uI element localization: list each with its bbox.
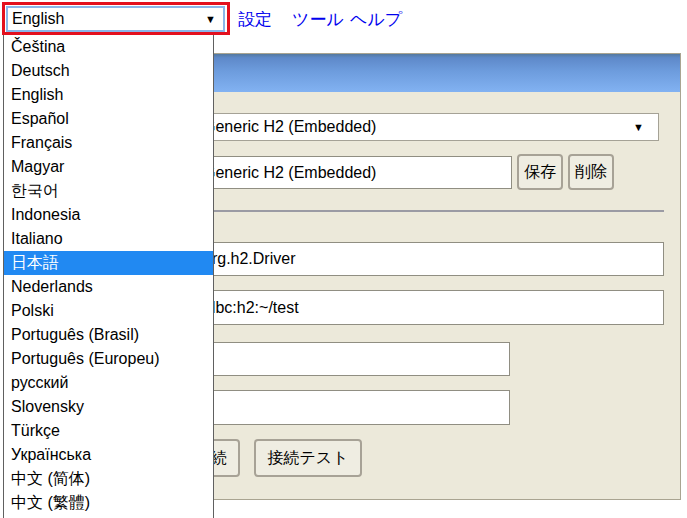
language-option[interactable]: 日本語 xyxy=(4,251,213,275)
language-select-value: English xyxy=(12,10,64,28)
h2-console-page: { "language_selector": { "selected": "En… xyxy=(0,0,687,518)
setting-name-input[interactable] xyxy=(197,156,512,189)
language-option[interactable]: Polski xyxy=(4,299,213,323)
password-input[interactable] xyxy=(197,390,510,425)
language-options-list: Čeština Deutsch English Español Français… xyxy=(3,34,214,518)
help-link[interactable]: ヘルプ xyxy=(350,8,402,31)
language-select[interactable]: English ▼ xyxy=(6,6,225,32)
language-option[interactable]: Português (Europeu) xyxy=(4,347,213,371)
remove-button[interactable]: 削除 xyxy=(568,154,614,190)
user-name-input[interactable] xyxy=(197,342,510,376)
language-option[interactable]: русский xyxy=(4,371,213,395)
chevron-down-icon: ▼ xyxy=(205,13,216,25)
test-connection-button[interactable]: 接続テスト xyxy=(254,439,362,477)
language-option[interactable]: English xyxy=(4,83,213,107)
language-option[interactable]: Türkçe xyxy=(4,419,213,443)
language-option[interactable]: Čeština xyxy=(4,35,213,59)
language-option[interactable]: Português (Brasil) xyxy=(4,323,213,347)
tools-link[interactable]: ツール xyxy=(292,8,344,31)
saved-settings-select-value: Generic H2 (Embedded) xyxy=(203,118,376,136)
language-option[interactable]: Nederlands xyxy=(4,275,213,299)
language-option[interactable]: Slovensky xyxy=(4,395,213,419)
settings-link[interactable]: 設定 xyxy=(238,8,272,31)
form-divider xyxy=(197,210,664,212)
language-option[interactable]: Deutsch xyxy=(4,59,213,83)
language-option[interactable]: 한국어 xyxy=(4,179,213,203)
chevron-down-icon: ▼ xyxy=(633,121,644,133)
language-option[interactable]: Italiano xyxy=(4,227,213,251)
saved-settings-select[interactable]: Generic H2 (Embedded) ▼ xyxy=(197,113,659,141)
language-option[interactable]: Español xyxy=(4,107,213,131)
language-option[interactable]: 中文 (简体) xyxy=(4,467,213,491)
driver-class-input[interactable] xyxy=(197,242,664,276)
language-option[interactable]: Français xyxy=(4,131,213,155)
language-option[interactable]: Українська xyxy=(4,443,213,467)
language-option[interactable]: Magyar xyxy=(4,155,213,179)
jdbc-url-input[interactable] xyxy=(197,290,664,325)
language-option[interactable]: Indonesia xyxy=(4,203,213,227)
language-option[interactable]: 中文 (繁體) xyxy=(4,491,213,515)
save-button[interactable]: 保存 xyxy=(517,154,563,190)
